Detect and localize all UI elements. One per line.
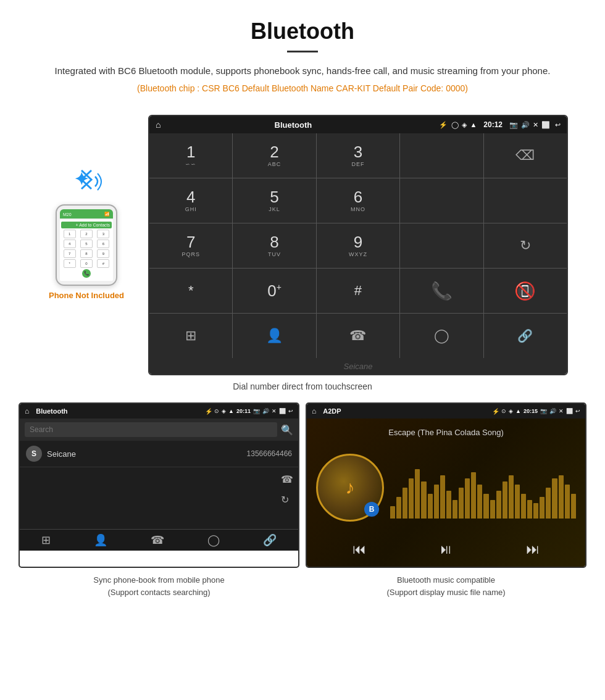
music-song-title: Escape (The Pina Colada Song)	[388, 428, 503, 437]
visualizer-bar	[540, 497, 544, 519]
home-icon[interactable]: ⌂	[156, 120, 161, 130]
signal-icon: ▲	[470, 121, 477, 128]
music-play-pause-btn[interactable]: ⏯	[439, 541, 453, 557]
ms-camera-icon[interactable]: 📷	[540, 408, 547, 414]
dial-key-hash[interactable]: #	[317, 269, 399, 313]
music-screen: ⌂ A2DP ⚡ ⊙ ◈ ▲ 20:15 📷 🔊 ✕ ⬜ ↩ Escape (T…	[306, 402, 586, 568]
music-caption: Bluetooth music compatible (Support disp…	[306, 574, 586, 598]
music-prev-btn[interactable]: ⏮	[353, 541, 366, 557]
ms-screen-icon[interactable]: ⬜	[566, 408, 573, 414]
pb-home-icon[interactable]: ⌂	[25, 407, 29, 415]
volume-icon[interactable]: 🔊	[521, 121, 530, 129]
status-icons: ◯ ◈ ▲ 20:12 📷 🔊 ✕ ⬜	[451, 120, 550, 129]
dial-link-btn[interactable]: 🔗	[484, 314, 567, 358]
visualizer-bar	[428, 494, 433, 519]
visualizer-bar	[565, 485, 570, 519]
pb-camera-icon[interactable]: 📷	[253, 408, 260, 414]
phone-screen: + Add to Contacts 123 456 789 *0# 📞	[60, 220, 113, 281]
pb-side-icons: ☎ ↻	[281, 473, 293, 506]
dial-key-3[interactable]: 3 DEF	[317, 133, 399, 178]
ms-bt-icon: ⊙	[501, 408, 506, 414]
pb-contact-name: Seicane	[47, 449, 247, 459]
ms-close-icon[interactable]: ✕	[559, 408, 564, 414]
visualizer-bar	[546, 488, 551, 519]
dial-key-4[interactable]: 4 GHI	[149, 178, 232, 223]
visualizer-bar	[527, 500, 532, 519]
dial-empty-2	[484, 178, 567, 223]
music-controls: ⏮ ⏯ ⏭	[316, 541, 576, 557]
dialpad-grid: 1 ∽∽ 2 ABC 3 DEF ⌫ 4 GHI 5 JKL	[149, 133, 567, 358]
pb-toolbar-contacts-icon[interactable]: 👤	[94, 533, 107, 547]
ms-back-icon[interactable]: ↩	[575, 408, 580, 414]
dial-contacts-btn[interactable]: 👤	[233, 314, 315, 358]
dial-key-2[interactable]: 2 ABC	[233, 133, 315, 178]
ms-volume-icon[interactable]: 🔊	[549, 408, 556, 414]
pb-location-icon: ◈	[222, 408, 226, 414]
visualizer-bar	[471, 472, 476, 519]
visualizer-bar	[503, 481, 507, 519]
dial-display	[400, 133, 483, 178]
visualizer-bar	[483, 494, 488, 519]
visualizer-bar	[421, 481, 426, 519]
pb-time: 20:11	[236, 408, 251, 414]
pb-sync-side-icon[interactable]: ↻	[281, 494, 293, 506]
dial-key-7[interactable]: 7 PQRS	[149, 223, 232, 268]
pb-back-icon[interactable]: ↩	[288, 408, 293, 414]
pb-search-input[interactable]	[25, 422, 277, 437]
dial-empty-3	[400, 223, 483, 268]
dial-key-6[interactable]: 6 MNO	[317, 178, 399, 223]
pb-app-title: Bluetooth	[36, 407, 205, 415]
pb-bt-icon: ⊙	[214, 408, 219, 414]
visualizer-bar	[559, 475, 564, 519]
pb-search-icon[interactable]: 🔍	[281, 424, 293, 436]
main-screen-container: ✦ M20 📶 + Add to Contacts 123	[0, 115, 605, 375]
dial-key-0[interactable]: 0+	[233, 269, 315, 313]
close-icon[interactable]: ✕	[533, 121, 538, 129]
dial-empty-1	[400, 178, 483, 223]
dial-redial[interactable]: ↻	[484, 223, 567, 268]
phone-top-bar: M20 📶	[60, 209, 113, 219]
pb-list-spacer: ☎ ↻	[20, 467, 298, 529]
dial-grid-btn[interactable]: ⊞	[149, 314, 232, 358]
pb-contact-row[interactable]: S Seicane 13566664466	[20, 441, 298, 467]
visualizer-bar	[477, 485, 482, 519]
pb-toolbar-bt-icon[interactable]: ◯	[207, 533, 220, 547]
visualizer-bar	[521, 494, 526, 519]
dial-key-8[interactable]: 8 TUV	[233, 223, 315, 268]
pb-call-side-icon[interactable]: ☎	[281, 473, 293, 485]
bluetooth-status-icon: ◯	[451, 121, 459, 129]
dial-bt-btn[interactable]: ◯	[400, 314, 483, 358]
visualizer-bar	[459, 488, 464, 519]
page-description: Integrated with BC6 Bluetooth module, su…	[37, 64, 568, 78]
pb-screen-icon[interactable]: ⬜	[279, 408, 286, 414]
dial-backspace[interactable]: ⌫	[484, 133, 567, 178]
pb-volume-icon[interactable]: 🔊	[262, 408, 269, 414]
dial-key-9[interactable]: 9 WXYZ	[317, 223, 399, 268]
pb-search-bar: 🔍	[20, 419, 298, 441]
dial-key-1[interactable]: 1 ∽∽	[149, 133, 232, 178]
music-next-btn[interactable]: ⏭	[526, 541, 540, 557]
pb-signal-icon: ▲	[228, 408, 234, 414]
dial-call-btn[interactable]: 📞	[400, 269, 483, 313]
ms-right-icons: ⊙ ◈ ▲ 20:15 📷 🔊 ✕ ⬜ ↩	[501, 408, 580, 414]
music-album-art: ♪ B	[316, 454, 384, 522]
pb-toolbar-phone-icon[interactable]: ☎	[151, 533, 164, 547]
screen-icon[interactable]: ⬜	[541, 121, 550, 129]
title-divider	[287, 51, 318, 52]
music-bt-badge: B	[364, 502, 379, 517]
pb-close-icon[interactable]: ✕	[272, 408, 277, 414]
ms-home-icon[interactable]: ⌂	[312, 407, 316, 415]
dial-hangup-btn[interactable]: 📵	[484, 269, 567, 313]
pb-toolbar-link-icon[interactable]: 🔗	[263, 533, 277, 547]
phone-mockup: M20 📶 + Add to Contacts 123 456 789 *0# …	[56, 204, 117, 286]
page-title: Bluetooth	[37, 19, 568, 44]
visualizer-bar	[509, 475, 514, 519]
dial-caption: Dial number direct from touchscreen	[0, 381, 605, 391]
dial-key-5[interactable]: 5 JKL	[233, 178, 315, 223]
location-icon: ◈	[462, 121, 467, 129]
pb-toolbar-grid-icon[interactable]: ⊞	[41, 533, 51, 547]
dial-key-star[interactable]: *	[149, 269, 232, 313]
dial-phone-btn[interactable]: ☎	[317, 314, 399, 358]
camera-icon[interactable]: 📷	[509, 121, 518, 129]
back-icon[interactable]: ↩	[555, 121, 561, 129]
